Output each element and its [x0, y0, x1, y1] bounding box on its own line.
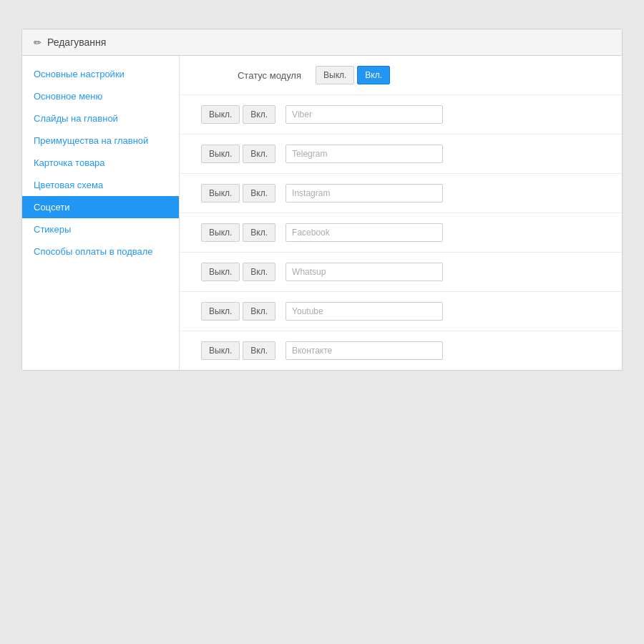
controls-viber: Выкл.Вкл. — [201, 105, 443, 124]
panel-header: ✏ Редагування — [22, 29, 622, 56]
facebook-off-button[interactable]: Выкл. — [201, 223, 240, 242]
social-row-whatsup: Выкл.Вкл. — [180, 253, 622, 292]
whatsup-input[interactable] — [286, 263, 443, 281]
facebook-input[interactable] — [286, 223, 443, 242]
telegram-off-button[interactable]: Выкл. — [201, 145, 240, 163]
telegram-on-button[interactable]: Вкл. — [243, 145, 275, 163]
panel-title: Редагування — [47, 36, 106, 48]
instagram-off-button[interactable]: Выкл. — [201, 184, 240, 203]
viber-on-button[interactable]: Вкл. — [243, 105, 275, 124]
youtube-input[interactable] — [286, 302, 443, 321]
instagram-input[interactable] — [286, 184, 443, 203]
sidebar-item-stikery[interactable]: Стикеры — [22, 218, 179, 240]
sidebar-item-slajdy-na-glavnoj[interactable]: Слайды на главной — [22, 107, 179, 130]
edit-icon: ✏ — [34, 37, 42, 48]
status-row: Статус модуля Выкл. Вкл. — [180, 56, 622, 95]
controls-youtube: Выкл.Вкл. — [201, 302, 443, 321]
controls-facebook: Выкл.Вкл. — [201, 223, 443, 242]
viber-input[interactable] — [286, 105, 443, 124]
controls-telegram: Выкл.Вкл. — [201, 145, 443, 163]
sidebar-item-osnovnye-nastrojki[interactable]: Основные настройки — [22, 63, 179, 85]
sidebar-item-sposoby-oplaty-v-podvale[interactable]: Способы оплаты в подвале — [22, 240, 179, 263]
instagram-on-button[interactable]: Вкл. — [243, 184, 275, 203]
sidebar-item-osnovnoe-menyu[interactable]: Основное меню — [22, 85, 179, 107]
status-controls: Выкл. Вкл. — [316, 66, 390, 84]
social-row-viber: Выкл.Вкл. — [180, 95, 622, 135]
social-row-instagram: Выкл.Вкл. — [180, 174, 622, 213]
panel-body: Основные настройкиОсновное менюСлайды на… — [22, 56, 622, 370]
social-row-vkontakte: Выкл.Вкл. — [180, 331, 622, 370]
sidebar-item-preimushhestva-na-glavnoj[interactable]: Преимущества на главной — [22, 130, 179, 152]
status-off-button[interactable]: Выкл. — [316, 66, 354, 84]
status-label: Статус модуля — [201, 70, 316, 81]
social-row-telegram: Выкл.Вкл. — [180, 135, 622, 174]
whatsup-off-button[interactable]: Выкл. — [201, 263, 240, 281]
main-panel: ✏ Редагування Основные настройкиОсновное… — [21, 29, 623, 371]
vkontakte-input[interactable] — [286, 341, 443, 360]
sidebar-item-cvetovaya-skhema[interactable]: Цветовая схема — [22, 174, 179, 196]
vkontakte-on-button[interactable]: Вкл. — [243, 341, 275, 360]
youtube-on-button[interactable]: Вкл. — [243, 302, 275, 321]
facebook-on-button[interactable]: Вкл. — [243, 223, 275, 242]
sidebar: Основные настройкиОсновное менюСлайды на… — [22, 56, 180, 370]
youtube-off-button[interactable]: Выкл. — [201, 302, 240, 321]
vkontakte-off-button[interactable]: Выкл. — [201, 341, 240, 360]
social-row-youtube: Выкл.Вкл. — [180, 292, 622, 331]
social-row-facebook: Выкл.Вкл. — [180, 213, 622, 253]
viber-off-button[interactable]: Выкл. — [201, 105, 240, 124]
social-rows: Выкл.Вкл.Выкл.Вкл.Выкл.Вкл.Выкл.Вкл.Выкл… — [180, 95, 622, 370]
controls-instagram: Выкл.Вкл. — [201, 184, 443, 203]
controls-whatsup: Выкл.Вкл. — [201, 263, 443, 281]
telegram-input[interactable] — [286, 145, 443, 163]
sidebar-item-socseti[interactable]: Соцсети — [22, 196, 179, 218]
main-content: Статус модуля Выкл. Вкл. Выкл.Вкл.Выкл.В… — [180, 56, 622, 370]
sidebar-item-kartochka-tovara[interactable]: Карточка товара — [22, 152, 179, 174]
status-on-button[interactable]: Вкл. — [357, 66, 390, 84]
controls-vkontakte: Выкл.Вкл. — [201, 341, 443, 360]
whatsup-on-button[interactable]: Вкл. — [243, 263, 275, 281]
page-wrapper: ✏ Редагування Основные настройкиОсновное… — [0, 0, 644, 399]
